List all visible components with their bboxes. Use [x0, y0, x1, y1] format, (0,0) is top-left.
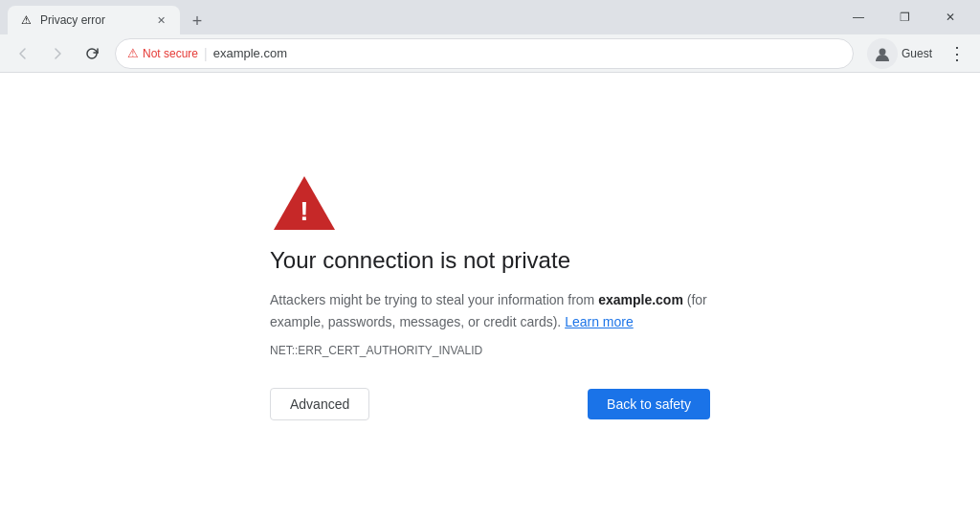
menu-button[interactable]: ⋮ [942, 38, 972, 69]
browser-window: ⚠ Privacy error ✕ + — ❐ ✕ ⚠ Not secure [0, 0, 980, 520]
error-description: Attackers might be trying to steal your … [270, 289, 710, 332]
error-code: NET::ERR_CERT_AUTHORITY_INVALID [270, 344, 482, 357]
profile-area[interactable]: Guest [861, 36, 938, 71]
tab-favicon: ⚠ [19, 13, 33, 27]
new-tab-button[interactable]: + [184, 8, 211, 34]
back-button[interactable] [8, 38, 38, 69]
back-to-safety-button[interactable]: Back to safety [588, 389, 710, 419]
learn-more-link[interactable]: Learn more [565, 314, 634, 329]
close-button[interactable]: ✕ [928, 3, 972, 32]
error-actions: Advanced Back to safety [270, 388, 710, 420]
warning-icon: ⚠ [127, 46, 139, 60]
advanced-button[interactable]: Advanced [270, 388, 369, 420]
description-before: Attackers might be trying to steal your … [270, 292, 598, 307]
error-container: ! Your connection is not private Attacke… [251, 172, 729, 420]
domain-highlight: example.com [598, 292, 683, 307]
tab-title: Privacy error [40, 13, 145, 27]
active-tab[interactable]: ⚠ Privacy error ✕ [8, 6, 180, 34]
not-secure-indicator: ⚠ Not secure [127, 46, 198, 60]
profile-name: Guest [902, 47, 932, 60]
address-url: example.com [213, 46, 287, 60]
warning-triangle-icon: ! [270, 172, 339, 232]
tab-close-button[interactable]: ✕ [153, 12, 168, 28]
page-content: ! Your connection is not private Attacke… [0, 73, 980, 520]
tab-strip: ⚠ Privacy error ✕ + [8, 0, 836, 34]
error-icon-wrap: ! [270, 172, 339, 232]
address-divider: | [204, 46, 208, 61]
maximize-button[interactable]: ❐ [882, 3, 926, 32]
minimize-button[interactable]: — [836, 3, 880, 32]
reload-button[interactable] [77, 38, 107, 69]
svg-point-0 [879, 48, 885, 55]
forward-button[interactable] [42, 38, 73, 69]
toolbar: ⚠ Not secure | example.com Guest ⋮ [0, 34, 980, 73]
window-controls: — ❐ ✕ [836, 3, 972, 32]
title-bar: ⚠ Privacy error ✕ + — ❐ ✕ [0, 0, 980, 34]
not-secure-label: Not secure [143, 47, 198, 60]
error-title: Your connection is not private [270, 247, 570, 274]
svg-text:!: ! [300, 196, 308, 226]
profile-icon[interactable] [867, 38, 898, 69]
address-bar[interactable]: ⚠ Not secure | example.com [115, 38, 854, 69]
